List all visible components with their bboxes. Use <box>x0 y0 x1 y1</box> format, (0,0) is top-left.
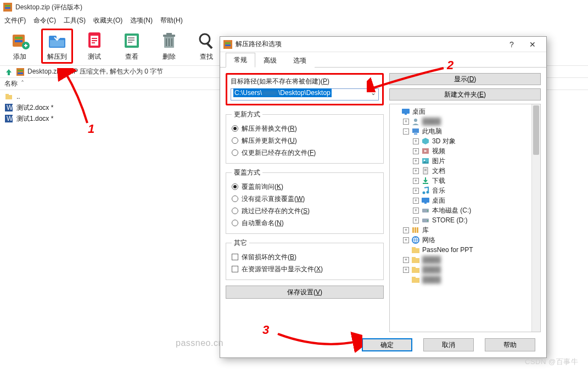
menu-options[interactable]: 选项(N) <box>130 16 153 25</box>
svg-point-56 <box>427 191 429 194</box>
radio-no-prompt[interactable]: 没有提示直接覆盖(W) <box>232 193 378 205</box>
svg-rect-65 <box>417 227 418 233</box>
tree-expander[interactable]: + <box>413 168 419 174</box>
documents-icon <box>421 166 430 175</box>
scrollbar[interactable] <box>531 104 540 332</box>
tree-expander[interactable]: + <box>413 178 419 184</box>
tree-expander[interactable]: + <box>403 257 409 263</box>
check-show-explorer[interactable]: 在资源管理器中显示文件(X) <box>232 263 378 275</box>
radio-fresh-existing[interactable]: 仅更新已经存在的文件(F) <box>232 147 378 159</box>
menu-commands[interactable]: 命令(C) <box>33 16 56 25</box>
tree-expander[interactable]: + <box>403 267 409 273</box>
svg-rect-58 <box>424 203 427 204</box>
tree-node[interactable]: +████ <box>391 265 539 275</box>
dialog-footer: 确定 取消 帮助 <box>220 332 546 357</box>
up-icon[interactable] <box>4 68 13 76</box>
toolbar-view[interactable]: 查看 <box>116 29 147 63</box>
toolbar-add[interactable]: 添加 <box>4 29 35 63</box>
radio-auto-rename[interactable]: 自动重命名(N) <box>232 217 378 229</box>
tree-node[interactable]: +库 <box>391 225 539 235</box>
help-icon[interactable]: ? <box>501 37 522 52</box>
check-keep-broken[interactable]: 保留损坏的文件(B) <box>232 251 378 263</box>
tree-expander[interactable]: + <box>413 208 419 214</box>
tree-node[interactable]: +音乐 <box>391 186 539 195</box>
cancel-button[interactable]: 取消 <box>423 338 474 351</box>
tree-node[interactable]: +████ <box>391 255 539 265</box>
tree-node-label: 网络 <box>422 236 435 245</box>
toolbar-delete[interactable]: 删除 <box>154 29 184 63</box>
toolbar-extract-to[interactable]: 解压到 <box>42 29 72 63</box>
destination-path-input[interactable]: C:\Users\xxxxx\Desktop\Desktop ⌄ <box>231 88 379 100</box>
tree-node[interactable]: +下载 <box>391 176 539 186</box>
downloads-icon <box>421 176 430 185</box>
tree-node-label: PassNeo for PPT <box>422 246 473 254</box>
tree-expander[interactable]: + <box>413 188 419 194</box>
toolbar-label: 解压到 <box>47 52 67 62</box>
tree-node[interactable]: ████ <box>391 275 539 284</box>
tree-node[interactable]: +STORE (D:) <box>391 215 539 225</box>
tree-expander[interactable]: + <box>413 148 419 154</box>
tree-node-label: 此电脑 <box>422 127 442 136</box>
tree-expander[interactable]: + <box>403 227 409 233</box>
close-icon[interactable]: ✕ <box>522 37 543 52</box>
tree-node-label: 库 <box>422 226 429 235</box>
tree-node[interactable]: 桌面 <box>391 107 539 116</box>
svg-rect-63 <box>412 227 414 233</box>
toolbar-test[interactable]: 测试 <box>79 29 110 63</box>
save-settings-button[interactable]: 保存设置(V) <box>226 286 384 299</box>
tree-node[interactable]: +文档 <box>391 166 539 176</box>
menu-file[interactable]: 文件(F) <box>4 16 26 25</box>
radio-icon <box>232 220 238 226</box>
tree-node[interactable]: +视频 <box>391 146 539 156</box>
tree-node[interactable]: +3D 对象 <box>391 136 539 146</box>
radio-extract-update[interactable]: 解压并更新文件(U) <box>232 135 378 147</box>
other-group: 其它 保留损坏的文件(B) 在资源管理器中显示文件(X) <box>226 238 384 280</box>
tree-node[interactable]: PassNeo for PPT <box>391 245 539 255</box>
tree-expander[interactable]: - <box>403 128 409 135</box>
radio-extract-replace[interactable]: 解压并替换文件(R) <box>232 122 378 135</box>
tab-general[interactable]: 常规 <box>226 53 255 68</box>
column-header-name[interactable]: 名称˄ <box>4 79 24 88</box>
tree-node[interactable]: +████ <box>391 116 539 126</box>
dialog-right-pane: 显示(D) 新建文件夹(E) 桌面+████-此电脑+3D 对象+视频+图片+文… <box>389 73 541 332</box>
svg-rect-1 <box>5 5 10 7</box>
toolbar-label: 查找 <box>200 52 213 62</box>
folder-tree[interactable]: 桌面+████-此电脑+3D 对象+视频+图片+文档+下载+音乐+桌面+本地磁盘… <box>389 104 541 332</box>
menu-help[interactable]: 帮助(H) <box>160 16 183 25</box>
tree-expander[interactable]: + <box>413 158 419 164</box>
tree-node[interactable]: -此电脑 <box>391 126 539 136</box>
chevron-down-icon[interactable]: ⌄ <box>371 89 376 97</box>
dialog-icon <box>223 40 232 49</box>
toolbar-find[interactable]: 查找 <box>191 29 222 63</box>
library-icon <box>411 226 420 234</box>
scrollbar-thumb[interactable] <box>533 105 539 155</box>
tree-node[interactable]: +桌面 <box>391 195 539 205</box>
svg-point-44 <box>414 119 417 122</box>
menu-favorites[interactable]: 收藏夹(O) <box>93 16 122 25</box>
tree-node[interactable]: +本地磁盘 (C:) <box>391 205 539 215</box>
tab-advanced[interactable]: 高级 <box>255 53 285 68</box>
tree-expander[interactable]: + <box>413 217 419 223</box>
ok-button[interactable]: 确定 <box>362 338 412 351</box>
tree-node[interactable]: +图片 <box>391 156 539 166</box>
menu-tools[interactable]: 工具(S) <box>64 16 86 25</box>
tree-expander[interactable]: + <box>413 138 419 144</box>
radio-ask-before[interactable]: 覆盖前询问(K) <box>232 181 378 193</box>
svg-rect-53 <box>424 170 427 171</box>
svg-rect-70 <box>412 257 416 259</box>
tree-node[interactable]: +网络 <box>391 235 539 245</box>
display-button[interactable]: 显示(D) <box>389 73 541 85</box>
tree-expander[interactable]: + <box>403 237 409 243</box>
tab-options[interactable]: 选项 <box>285 53 315 68</box>
tree-expander[interactable]: + <box>403 119 409 125</box>
new-folder-button[interactable]: 新建文件夹(E) <box>389 88 541 100</box>
svg-rect-29 <box>206 43 212 49</box>
delete-icon <box>158 30 181 51</box>
dialog-tabs: 常规 高级 选项 <box>220 52 546 68</box>
svg-rect-16 <box>92 42 95 43</box>
tree-expander[interactable]: + <box>413 198 419 204</box>
svg-rect-24 <box>166 33 172 35</box>
help-button[interactable]: 帮助 <box>485 338 535 351</box>
radio-skip-existing[interactable]: 跳过已经存在的文件(S) <box>232 205 378 217</box>
svg-rect-69 <box>412 258 419 263</box>
